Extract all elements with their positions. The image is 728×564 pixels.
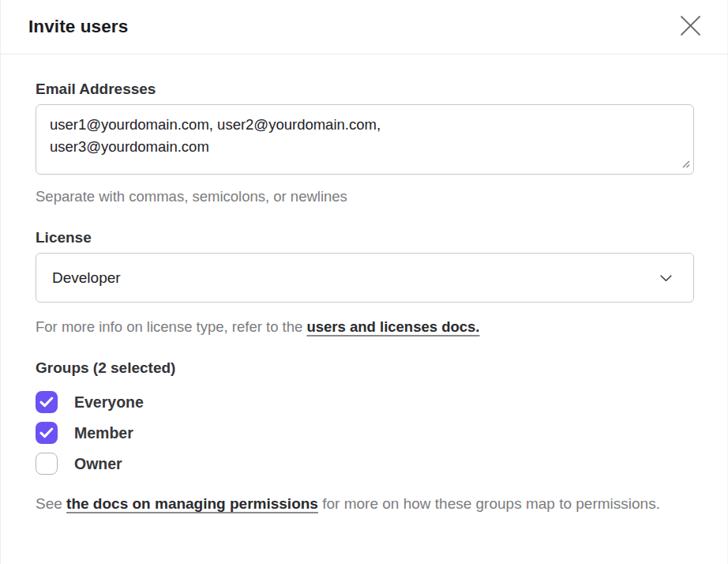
groups-helper-text: See the docs on managing permissions for… (36, 492, 692, 515)
checkbox-label-owner: Owner (74, 455, 122, 473)
checkbox-label-everyone: Everyone (74, 393, 144, 412)
license-helper-text: For more info on license type, refer to … (36, 315, 692, 338)
email-addresses-label: Email Addresses (36, 81, 692, 98)
email-addresses-input[interactable]: user1@yourdomain.com, user2@yourdomain.c… (36, 104, 694, 175)
license-label: License (36, 229, 692, 246)
checkmark-icon (39, 427, 54, 438)
close-button[interactable] (677, 13, 704, 40)
email-textarea-wrap: user1@yourdomain.com, user2@yourdomain.c… (36, 104, 692, 175)
email-helper-text: Separate with commas, semicolons, or new… (36, 185, 692, 208)
groups-helper-prefix: See (36, 495, 66, 512)
groups-label: Groups (2 selected) (36, 359, 692, 377)
groups-helper-suffix: for more on how these groups map to perm… (318, 495, 660, 512)
group-option-owner[interactable]: Owner (36, 453, 122, 475)
managing-permissions-docs-link[interactable]: the docs on managing permissions (66, 495, 318, 512)
license-selected-value: Developer (52, 269, 121, 287)
chevron-down-icon (660, 271, 672, 285)
dialog-header: Invite users (1, 0, 727, 55)
invite-users-dialog: Invite users Email Addresses user1@yourd… (0, 0, 728, 564)
checkbox-label-member: Member (74, 424, 133, 442)
checkmark-icon (39, 397, 54, 408)
dialog-title: Invite users (28, 17, 128, 37)
license-select[interactable]: Developer (36, 253, 694, 303)
license-helper-prefix: For more info on license type, refer to … (36, 318, 306, 335)
users-licenses-docs-link[interactable]: users and licenses docs. (306, 318, 479, 335)
group-option-member[interactable]: Member (36, 422, 133, 444)
dialog-body: Email Addresses user1@yourdomain.com, us… (1, 55, 727, 515)
close-icon (680, 15, 701, 39)
group-option-everyone[interactable]: Everyone (36, 391, 144, 413)
checkbox-member[interactable] (36, 422, 58, 444)
checkbox-owner[interactable] (36, 453, 58, 475)
checkbox-everyone[interactable] (36, 391, 58, 413)
